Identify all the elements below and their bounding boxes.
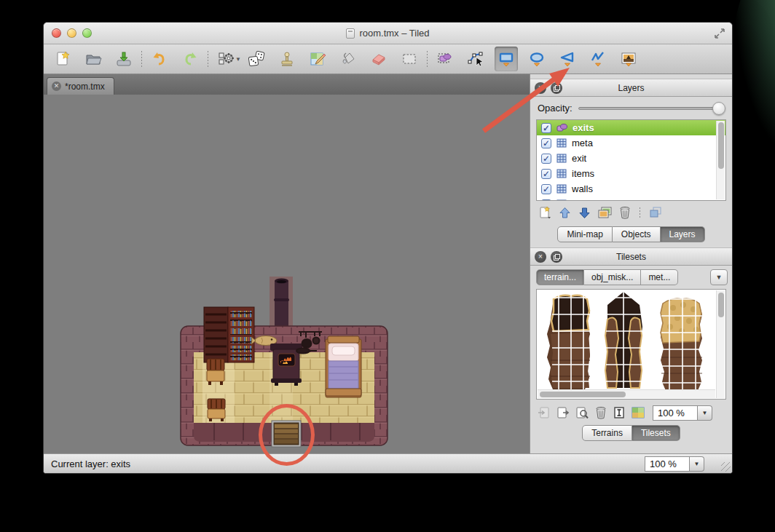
tab-title: *room.tmx — [65, 82, 105, 92]
new-layer-button[interactable] — [539, 206, 551, 219]
rename-icon — [613, 406, 625, 419]
layer-row-walls[interactable]: ✓ walls — [537, 181, 725, 196]
terrain-brush-icon — [309, 50, 326, 68]
edit-terrain-button[interactable] — [632, 406, 645, 419]
statusbar: Current layer: exits 100 % ▼ — [44, 453, 732, 473]
copy-icon — [649, 207, 662, 219]
import-tileset-button[interactable] — [538, 406, 550, 419]
chevron-down-icon[interactable]: ▼ — [698, 405, 712, 421]
edit-polygons-button[interactable] — [464, 47, 487, 71]
open-button[interactable] — [82, 47, 105, 71]
zoom-window-button[interactable] — [82, 28, 92, 38]
export-tileset-icon — [556, 406, 569, 419]
layer-visible-checkbox[interactable]: ✓ — [541, 169, 551, 179]
tileset-properties-button[interactable] — [575, 406, 589, 419]
undo-button[interactable] — [148, 47, 171, 71]
new-map-button[interactable] — [51, 47, 74, 71]
insert-tile-object-button[interactable] — [617, 47, 640, 71]
layer-row-meta[interactable]: ✓ meta — [537, 135, 725, 151]
automap-button[interactable]: ▼ — [214, 47, 245, 71]
tilesets-dock-float-icon[interactable] — [551, 251, 562, 263]
tab-close-icon[interactable]: ✕ — [52, 82, 61, 91]
tab-terrains[interactable]: Terrains — [582, 425, 632, 441]
delete-tileset-button[interactable] — [595, 406, 607, 419]
duplicate-layer-icon — [598, 207, 612, 219]
layer-list-scrollbar[interactable] — [716, 121, 725, 199]
tileset-tab-met[interactable]: met... — [641, 269, 678, 285]
raise-layer-button[interactable] — [559, 207, 571, 219]
eraser-button[interactable] — [367, 47, 390, 71]
tileset-tab-obj-misk[interactable]: obj_misk... — [584, 269, 641, 285]
select-objects-button[interactable] — [433, 47, 457, 71]
tilesets-dock-close-icon[interactable]: × — [535, 251, 546, 263]
layer-visible-checkbox[interactable]: ✓ — [541, 138, 551, 148]
layer-visible-checkbox[interactable]: ✓ — [541, 184, 551, 194]
layer-visible-checkbox[interactable]: ✓ — [541, 154, 551, 164]
tileset-tab-overflow-button[interactable]: ▼ — [710, 269, 728, 285]
random-mode-button[interactable] — [245, 47, 268, 71]
layer-name: exit — [572, 153, 586, 164]
layer-toolbar — [530, 204, 732, 223]
terrain-brush-button[interactable] — [306, 47, 329, 71]
insert-tile-object-icon — [620, 50, 637, 68]
redo-button[interactable] — [178, 47, 202, 71]
tileset-vertical-scrollbar[interactable] — [716, 290, 725, 398]
layer-name: ground — [572, 199, 601, 201]
tab-mini-map[interactable]: Mini-map — [557, 226, 612, 242]
tab-tilesets[interactable]: Tilesets — [632, 425, 680, 441]
layer-visible-checkbox[interactable]: ✓ — [541, 199, 551, 202]
random-dice-icon — [247, 50, 266, 68]
insert-polyline-button[interactable] — [586, 47, 610, 71]
rect-select-button[interactable] — [398, 47, 421, 71]
room-map[interactable] — [178, 277, 390, 448]
tileset-horizontal-scrollbar[interactable] — [538, 389, 715, 398]
layers-dock-float-icon[interactable] — [551, 82, 562, 94]
lower-layer-icon — [578, 207, 591, 219]
bucket-fill-button[interactable] — [337, 47, 360, 71]
minimize-window-button[interactable] — [67, 28, 76, 38]
resize-grip[interactable] — [721, 462, 731, 472]
delete-layer-button[interactable] — [619, 206, 631, 219]
new-layer-icon — [539, 206, 551, 219]
automap-icon — [218, 50, 237, 68]
tab-objects[interactable]: Objects — [613, 226, 661, 242]
layer-visible-checkbox[interactable]: ✓ — [541, 123, 551, 133]
map-canvas[interactable] — [44, 95, 530, 453]
copy-button[interactable] — [649, 207, 662, 219]
save-button[interactable] — [112, 47, 135, 71]
insert-ellipse-button[interactable] — [525, 47, 548, 71]
insert-rectangle-button[interactable] — [495, 47, 518, 71]
insert-polygon-button[interactable] — [556, 47, 579, 71]
new-map-icon — [54, 50, 71, 68]
bed — [326, 336, 361, 397]
chevron-down-icon[interactable]: ▼ — [690, 456, 704, 472]
tileset-zoom-combo[interactable]: 100 % ▼ — [653, 405, 712, 421]
fullscreen-icon[interactable] — [714, 28, 725, 39]
layers-dock-close-icon[interactable]: × — [535, 82, 546, 94]
opacity-row: Opacity: — [530, 97, 732, 118]
export-tileset-button[interactable] — [556, 406, 569, 419]
stamp-brush-button[interactable] — [275, 47, 299, 71]
tile-layer-icon — [556, 169, 567, 178]
layer-row-items[interactable]: ✓ items — [537, 166, 725, 181]
lower-layer-button[interactable] — [578, 207, 591, 219]
terrain-tileset-image[interactable] — [538, 290, 717, 391]
tab-layers[interactable]: Layers — [661, 226, 705, 242]
automap-dropdown-arrow[interactable]: ▼ — [235, 56, 241, 63]
opacity-slider[interactable] — [578, 107, 725, 110]
tileset-view[interactable] — [536, 289, 726, 400]
exit-stairs-tile[interactable] — [272, 421, 301, 447]
rename-button[interactable] — [613, 406, 625, 419]
map-zoom-combo[interactable]: 100 % ▼ — [645, 456, 704, 472]
layer-row-partial[interactable]: ✓ ground — [537, 196, 725, 201]
window-title: room.tmx – Tiled — [346, 28, 429, 39]
tileset-tab-terrain[interactable]: terrain... — [536, 269, 584, 285]
close-window-button[interactable] — [52, 28, 61, 38]
layer-row-exit[interactable]: ✓ exit — [537, 151, 725, 166]
layer-name: exits — [573, 122, 594, 133]
layer-row-exits[interactable]: ✓ exits — [537, 120, 725, 135]
document-tab[interactable]: ✕ *room.tmx — [47, 77, 114, 95]
duplicate-layer-button[interactable] — [598, 207, 612, 219]
opacity-slider-knob[interactable] — [712, 102, 725, 115]
layer-list[interactable]: ✓ exits ✓ meta ✓ — [536, 119, 726, 201]
